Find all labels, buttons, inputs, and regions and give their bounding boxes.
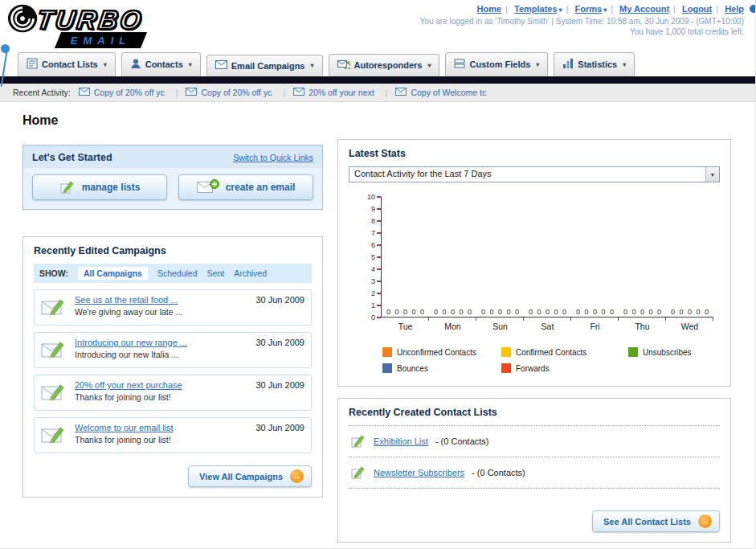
legend-item: Unconfirmed Contacts (382, 347, 501, 357)
campaign-subtitle: We're giving away our late ... (75, 307, 249, 317)
contact-lists-list: Exhibition List - (0 Contacts) Newslette… (349, 425, 720, 489)
legend-swatch (501, 347, 511, 357)
main-nav: Contact Lists▾ Contacts▾ Email Campaigns… (0, 50, 755, 76)
legend-item: Bounces (382, 363, 501, 373)
tab-contacts[interactable]: Contacts▾ (121, 52, 201, 76)
recent-contact-lists-panel: Recently Created Contact Lists Exhibitio… (337, 398, 731, 543)
credits-info: You have 1,000 total credits left. (420, 27, 744, 36)
app-window: TURBO EMAIL Home Templates▾ Forms▾ My Ac… (0, 0, 756, 549)
campaign-title-link[interactable]: Introducing our new range ... (75, 338, 249, 347)
latest-stats-title: Latest Stats (349, 148, 720, 159)
new-email-icon (197, 179, 219, 196)
nav-link-forms[interactable]: Forms▾ (575, 4, 607, 14)
contact-lists-icon (27, 58, 38, 71)
separator (562, 4, 573, 14)
contact-list-detail: - (0 Contacts) (472, 468, 525, 477)
recent-activity-item[interactable]: Copy of 20% off yc (186, 88, 285, 97)
separator (669, 4, 680, 14)
header: TURBO EMAIL Home Templates▾ Forms▾ My Ac… (0, 0, 755, 50)
legend-item: Confirmed Contacts (501, 347, 628, 357)
statistics-icon (562, 58, 574, 71)
recent-activity-item[interactable]: 20% off your next (293, 88, 387, 97)
chart-values-row: 0 0 0 0 00 0 0 0 00 0 0 0 00 0 0 0 00 0 … (382, 308, 713, 316)
separator (607, 4, 617, 14)
dropdown-arrow-icon: ▼ (705, 167, 719, 182)
tab-contact-lists[interactable]: Contact Lists▾ (18, 52, 116, 76)
autoresponders-icon (337, 59, 350, 71)
custom-fields-icon (454, 58, 465, 71)
contact-activity-chart: 012345678910 0 0 0 0 00 0 0 0 00 0 0 0 0… (360, 197, 713, 331)
campaign-list-item: See us at the retail food ... We're givi… (34, 289, 312, 326)
email-edit-icon (41, 423, 68, 448)
recent-campaigns-panel: Recently Edited Campaigns SHOW: All Camp… (22, 236, 323, 498)
campaign-title-link[interactable]: Welcome to our email list (75, 423, 249, 432)
get-started-title: Let's Get Started (32, 152, 112, 163)
legend-swatch (382, 363, 392, 373)
tab-custom-fields[interactable]: Custom Fields▾ (445, 52, 548, 76)
email-edit-icon (41, 295, 68, 320)
recent-activity-bar: Recent Activity: Copy of 20% off yc Copy… (0, 84, 755, 102)
chevron-down-icon: ▾ (310, 62, 313, 69)
tab-autoresponders[interactable]: Autoresponders▾ (329, 54, 440, 76)
nav-link-my-account[interactable]: My Account (619, 4, 669, 14)
arrow-right-icon: → (290, 469, 304, 483)
filter-all-campaigns[interactable]: All Campaigns (78, 267, 148, 280)
nav-link-home[interactable]: Home (477, 4, 502, 14)
legend-swatch (382, 347, 392, 357)
contact-list-link[interactable]: Newsletter Subscribers (374, 468, 464, 477)
manage-lists-button[interactable]: manage lists (32, 174, 167, 200)
chart-y-axis: 012345678910 (360, 197, 381, 318)
campaign-subtitle: Thanks for joining our list! (75, 392, 249, 402)
chevron-down-icon: ▾ (104, 61, 107, 68)
legend-swatch (501, 363, 511, 373)
header-indicator-dot (750, 5, 756, 13)
campaign-title-link[interactable]: 20% off your next purchase (75, 380, 249, 390)
filter-scheduled[interactable]: Scheduled (157, 268, 198, 278)
arrow-right-icon: → (698, 514, 712, 528)
chevron-down-icon: ▾ (427, 62, 431, 69)
header-nav: Home Templates▾ Forms▾ My Account Logout… (420, 4, 744, 14)
envelope-icon (186, 88, 197, 97)
recent-campaigns-title: Recently Edited Campaigns (34, 245, 312, 256)
pencil-icon (59, 178, 76, 197)
chart-plot: 0 0 0 0 00 0 0 0 00 0 0 0 00 0 0 0 00 0 … (381, 197, 713, 318)
recent-activity-item[interactable]: Copy of 20% off yc (79, 88, 178, 97)
see-all-contact-lists-button[interactable]: See All Contact Lists → (592, 510, 720, 532)
email-edit-icon (41, 380, 68, 405)
legend-swatch (628, 347, 638, 357)
header-right: Home Templates▾ Forms▾ My Account Logout… (420, 4, 744, 36)
campaign-date: 30 Jun 2009 (255, 295, 304, 320)
legend-item: Unsubscribes (628, 347, 720, 357)
nav-link-logout[interactable]: Logout (682, 4, 712, 14)
chevron-down-icon: ▾ (623, 61, 626, 68)
campaign-date: 30 Jun 2009 (255, 380, 304, 405)
filter-archived[interactable]: Archived (234, 268, 267, 278)
stats-period-select[interactable]: Contact Activity for the Last 7 Days ▼ (349, 166, 720, 182)
create-email-button[interactable]: create an email (178, 174, 313, 200)
logo-subtitle-strip: EMAIL (55, 32, 148, 48)
page-title: Home (22, 113, 731, 128)
list-edit-icon (350, 432, 366, 450)
email-campaigns-icon (215, 60, 227, 71)
recent-activity-label: Recent Activity: (13, 88, 71, 97)
filter-sent[interactable]: Sent (207, 268, 225, 278)
view-all-campaigns-button[interactable]: View All Campaigns → (188, 465, 312, 487)
nav-divider-bar (0, 76, 755, 84)
switch-quick-links-link[interactable]: Switch to Quick Links (233, 153, 313, 162)
recent-activity-item[interactable]: Copy of Welcome tc (395, 88, 486, 97)
email-edit-icon (41, 338, 68, 363)
legend-item: Forwards (501, 363, 628, 373)
campaign-title-link[interactable]: See us at the retail food ... (75, 295, 249, 305)
chevron-down-icon: ▾ (189, 61, 192, 68)
app-logo: TURBO EMAIL (6, 2, 144, 48)
campaign-list-item: Introducing our new range ... Introducin… (34, 332, 312, 368)
nav-link-templates[interactable]: Templates▾ (514, 4, 562, 14)
separator (501, 4, 512, 14)
tab-email-campaigns[interactable]: Email Campaigns▾ (206, 55, 323, 76)
recent-contact-lists-title: Recently Created Contact Lists (349, 407, 720, 418)
nav-link-help[interactable]: Help (725, 4, 744, 14)
contact-list-link[interactable]: Exhibition List (374, 436, 428, 446)
envelope-icon (293, 88, 304, 97)
campaign-subtitle: Introducing our new Italia ... (75, 350, 249, 359)
tab-statistics[interactable]: Statistics▾ (554, 52, 635, 76)
